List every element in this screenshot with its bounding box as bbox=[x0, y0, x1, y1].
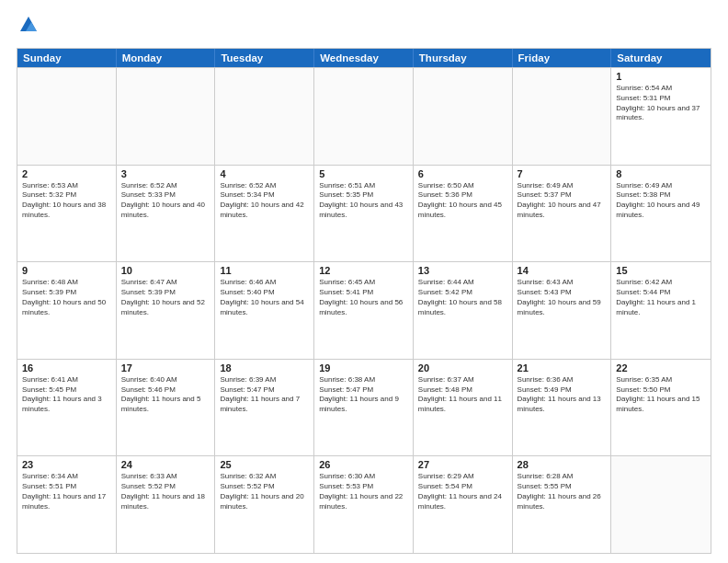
calendar-cell-22: 22Sunrise: 6:35 AM Sunset: 5:50 PM Dayli… bbox=[611, 360, 711, 456]
calendar-cell-empty bbox=[17, 68, 117, 165]
calendar-cell-21: 21Sunrise: 6:36 AM Sunset: 5:49 PM Dayli… bbox=[513, 360, 612, 456]
cell-info: Sunrise: 6:52 AM Sunset: 5:33 PM Dayligh… bbox=[121, 181, 210, 221]
cell-info: Sunrise: 6:44 AM Sunset: 5:42 PM Dayligh… bbox=[418, 278, 507, 317]
day-number: 13 bbox=[418, 265, 507, 276]
calendar-header: SundayMondayTuesdayWednesdayThursdayFrid… bbox=[17, 49, 711, 67]
calendar-cell-3: 3Sunrise: 6:52 AM Sunset: 5:33 PM Daylig… bbox=[117, 166, 216, 262]
calendar-cell-24: 24Sunrise: 6:33 AM Sunset: 5:52 PM Dayli… bbox=[117, 456, 216, 553]
calendar-cell-empty bbox=[611, 456, 711, 553]
calendar-cell-19: 19Sunrise: 6:38 AM Sunset: 5:47 PM Dayli… bbox=[314, 360, 414, 456]
calendar-row-0: 1Sunrise: 6:54 AM Sunset: 5:31 PM Daylig… bbox=[17, 67, 711, 165]
day-number: 15 bbox=[616, 265, 706, 276]
cell-info: Sunrise: 6:45 AM Sunset: 5:41 PM Dayligh… bbox=[319, 278, 408, 317]
cell-info: Sunrise: 6:49 AM Sunset: 5:37 PM Dayligh… bbox=[518, 181, 607, 221]
day-number: 19 bbox=[319, 362, 408, 373]
day-header-sunday: Sunday bbox=[17, 49, 117, 67]
calendar-row-4: 23Sunrise: 6:34 AM Sunset: 5:51 PM Dayli… bbox=[17, 455, 711, 553]
day-number: 25 bbox=[220, 459, 309, 470]
day-number: 17 bbox=[121, 362, 210, 373]
calendar-cell-empty bbox=[513, 68, 612, 165]
calendar-row-2: 9Sunrise: 6:48 AM Sunset: 5:39 PM Daylig… bbox=[17, 261, 711, 359]
cell-info: Sunrise: 6:36 AM Sunset: 5:49 PM Dayligh… bbox=[518, 375, 607, 415]
cell-info: Sunrise: 6:52 AM Sunset: 5:34 PM Dayligh… bbox=[220, 181, 309, 221]
cell-info: Sunrise: 6:40 AM Sunset: 5:46 PM Dayligh… bbox=[121, 375, 210, 415]
calendar-cell-empty bbox=[314, 68, 414, 165]
cell-info: Sunrise: 6:46 AM Sunset: 5:40 PM Dayligh… bbox=[220, 278, 309, 317]
day-header-wednesday: Wednesday bbox=[314, 49, 414, 67]
cell-info: Sunrise: 6:47 AM Sunset: 5:39 PM Dayligh… bbox=[121, 278, 210, 317]
cell-info: Sunrise: 6:54 AM Sunset: 5:31 PM Dayligh… bbox=[616, 84, 706, 123]
day-number: 6 bbox=[418, 168, 507, 179]
calendar-cell-25: 25Sunrise: 6:32 AM Sunset: 5:52 PM Dayli… bbox=[215, 456, 314, 553]
day-number: 5 bbox=[319, 168, 408, 179]
cell-info: Sunrise: 6:48 AM Sunset: 5:39 PM Dayligh… bbox=[22, 278, 111, 317]
cell-info: Sunrise: 6:29 AM Sunset: 5:54 PM Dayligh… bbox=[418, 472, 507, 511]
cell-info: Sunrise: 6:35 AM Sunset: 5:50 PM Dayligh… bbox=[616, 375, 706, 415]
calendar-cell-5: 5Sunrise: 6:51 AM Sunset: 5:35 PM Daylig… bbox=[314, 166, 414, 262]
day-header-thursday: Thursday bbox=[414, 49, 513, 67]
day-number: 11 bbox=[220, 265, 309, 276]
page: SundayMondayTuesdayWednesdayThursdayFrid… bbox=[0, 0, 728, 563]
cell-info: Sunrise: 6:51 AM Sunset: 5:35 PM Dayligh… bbox=[319, 181, 408, 221]
calendar-cell-10: 10Sunrise: 6:47 AM Sunset: 5:39 PM Dayli… bbox=[117, 262, 216, 359]
logo-text bbox=[17, 15, 39, 39]
day-header-tuesday: Tuesday bbox=[215, 49, 314, 67]
day-number: 7 bbox=[518, 168, 607, 179]
calendar-cell-7: 7Sunrise: 6:49 AM Sunset: 5:37 PM Daylig… bbox=[513, 166, 612, 262]
calendar: SundayMondayTuesdayWednesdayThursdayFrid… bbox=[17, 48, 711, 554]
calendar-cell-18: 18Sunrise: 6:39 AM Sunset: 5:47 PM Dayli… bbox=[215, 360, 314, 456]
logo-icon bbox=[18, 15, 39, 35]
header bbox=[17, 15, 711, 39]
cell-info: Sunrise: 6:32 AM Sunset: 5:52 PM Dayligh… bbox=[220, 472, 309, 511]
calendar-cell-9: 9Sunrise: 6:48 AM Sunset: 5:39 PM Daylig… bbox=[17, 262, 117, 359]
day-number: 27 bbox=[418, 459, 507, 470]
day-number: 28 bbox=[518, 459, 607, 470]
calendar-cell-16: 16Sunrise: 6:41 AM Sunset: 5:45 PM Dayli… bbox=[17, 360, 117, 456]
calendar-cell-17: 17Sunrise: 6:40 AM Sunset: 5:46 PM Dayli… bbox=[117, 360, 216, 456]
day-number: 3 bbox=[121, 168, 210, 179]
day-number: 8 bbox=[616, 168, 706, 179]
calendar-cell-14: 14Sunrise: 6:43 AM Sunset: 5:43 PM Dayli… bbox=[513, 262, 612, 359]
day-number: 20 bbox=[418, 362, 507, 373]
day-number: 22 bbox=[616, 362, 706, 373]
day-number: 26 bbox=[319, 459, 408, 470]
cell-info: Sunrise: 6:43 AM Sunset: 5:43 PM Dayligh… bbox=[518, 278, 607, 317]
day-number: 9 bbox=[22, 265, 111, 276]
day-header-friday: Friday bbox=[513, 49, 612, 67]
day-number: 2 bbox=[22, 168, 111, 179]
cell-info: Sunrise: 6:50 AM Sunset: 5:36 PM Dayligh… bbox=[418, 181, 507, 221]
calendar-cell-28: 28Sunrise: 6:28 AM Sunset: 5:55 PM Dayli… bbox=[513, 456, 612, 553]
calendar-cell-4: 4Sunrise: 6:52 AM Sunset: 5:34 PM Daylig… bbox=[215, 166, 314, 262]
cell-info: Sunrise: 6:28 AM Sunset: 5:55 PM Dayligh… bbox=[518, 472, 607, 511]
day-number: 10 bbox=[121, 265, 210, 276]
calendar-cell-12: 12Sunrise: 6:45 AM Sunset: 5:41 PM Dayli… bbox=[314, 262, 414, 359]
cell-info: Sunrise: 6:39 AM Sunset: 5:47 PM Dayligh… bbox=[220, 375, 309, 415]
calendar-cell-15: 15Sunrise: 6:42 AM Sunset: 5:44 PM Dayli… bbox=[611, 262, 711, 359]
day-number: 23 bbox=[22, 459, 111, 470]
calendar-cell-26: 26Sunrise: 6:30 AM Sunset: 5:53 PM Dayli… bbox=[314, 456, 414, 553]
calendar-cell-empty bbox=[117, 68, 216, 165]
calendar-cell-20: 20Sunrise: 6:37 AM Sunset: 5:48 PM Dayli… bbox=[414, 360, 513, 456]
calendar-cell-1: 1Sunrise: 6:54 AM Sunset: 5:31 PM Daylig… bbox=[611, 68, 711, 165]
cell-info: Sunrise: 6:53 AM Sunset: 5:32 PM Dayligh… bbox=[22, 181, 111, 221]
calendar-cell-8: 8Sunrise: 6:49 AM Sunset: 5:38 PM Daylig… bbox=[611, 166, 711, 262]
day-number: 1 bbox=[616, 71, 706, 82]
day-number: 4 bbox=[220, 168, 309, 179]
cell-info: Sunrise: 6:37 AM Sunset: 5:48 PM Dayligh… bbox=[418, 375, 507, 415]
day-header-monday: Monday bbox=[117, 49, 216, 67]
cell-info: Sunrise: 6:42 AM Sunset: 5:44 PM Dayligh… bbox=[616, 278, 706, 317]
calendar-cell-empty bbox=[414, 68, 513, 165]
calendar-cell-6: 6Sunrise: 6:50 AM Sunset: 5:36 PM Daylig… bbox=[414, 166, 513, 262]
calendar-cell-empty bbox=[215, 68, 314, 165]
day-number: 21 bbox=[518, 362, 607, 373]
logo bbox=[17, 15, 39, 39]
calendar-body: 1Sunrise: 6:54 AM Sunset: 5:31 PM Daylig… bbox=[17, 67, 711, 553]
calendar-cell-13: 13Sunrise: 6:44 AM Sunset: 5:42 PM Dayli… bbox=[414, 262, 513, 359]
day-number: 16 bbox=[22, 362, 111, 373]
cell-info: Sunrise: 6:33 AM Sunset: 5:52 PM Dayligh… bbox=[121, 472, 210, 511]
day-number: 18 bbox=[220, 362, 309, 373]
cell-info: Sunrise: 6:38 AM Sunset: 5:47 PM Dayligh… bbox=[319, 375, 408, 415]
calendar-row-1: 2Sunrise: 6:53 AM Sunset: 5:32 PM Daylig… bbox=[17, 165, 711, 262]
day-number: 14 bbox=[518, 265, 607, 276]
day-number: 24 bbox=[121, 459, 210, 470]
